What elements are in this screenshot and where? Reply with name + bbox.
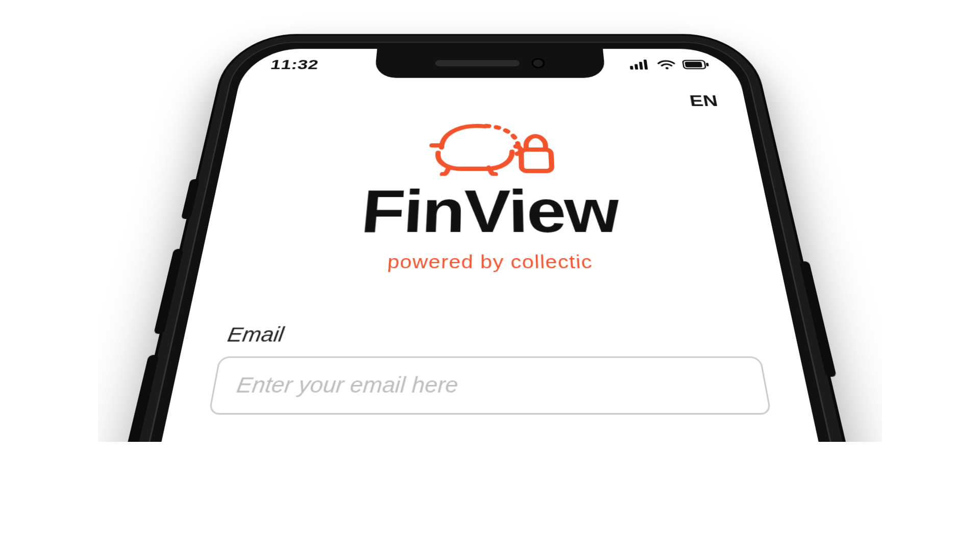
svg-rect-7 xyxy=(521,149,552,171)
login-form: Email Password Forgot password? Next xyxy=(98,272,882,442)
svg-rect-6 xyxy=(706,63,709,66)
phone-volume-up-button xyxy=(154,249,184,334)
svg-rect-1 xyxy=(634,64,638,70)
email-label: Email xyxy=(226,323,759,346)
brand-name: FinView xyxy=(205,182,775,242)
language-row: EN xyxy=(232,90,748,115)
status-time: 11:32 xyxy=(270,57,320,72)
phone-screen: 11:32 xyxy=(98,49,882,442)
brand-tagline: powered by collectic xyxy=(198,252,782,273)
svg-rect-5 xyxy=(684,62,702,67)
phone-body: 11:32 xyxy=(98,36,882,442)
battery-icon xyxy=(682,60,710,70)
front-camera xyxy=(531,58,545,68)
speaker-grille xyxy=(435,60,519,66)
status-icons xyxy=(629,60,710,70)
cellular-signal-icon xyxy=(629,60,651,70)
logo-block: FinView powered by collectic xyxy=(198,116,782,272)
wifi-icon xyxy=(657,60,676,70)
svg-rect-2 xyxy=(639,62,643,69)
svg-rect-3 xyxy=(644,60,648,70)
email-field[interactable] xyxy=(208,357,772,415)
svg-rect-0 xyxy=(630,66,633,69)
app-content: EN xyxy=(98,49,882,442)
piggy-bank-lock-icon xyxy=(417,116,562,178)
mockup-stage: 11:32 xyxy=(98,0,882,442)
phone-notch xyxy=(374,49,606,78)
phone-side-button xyxy=(181,179,200,219)
phone-mockup: 11:32 xyxy=(98,36,882,442)
phone-power-button xyxy=(799,261,837,377)
language-switcher[interactable]: EN xyxy=(688,92,719,110)
phone-volume-down-button xyxy=(125,355,159,442)
